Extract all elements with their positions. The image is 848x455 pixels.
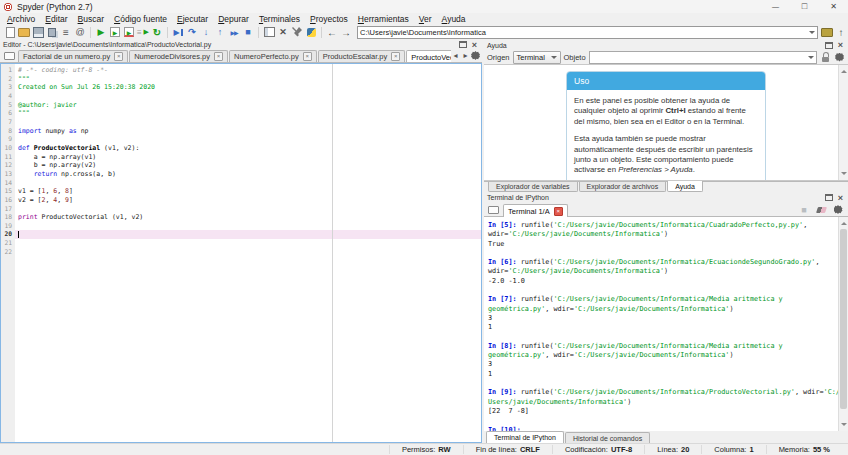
panel-tab-historial-de-comandos[interactable]: Historial de comandos: [565, 432, 650, 443]
ipython-console[interactable]: In [5]: runfile('C:/Users/javie/Document…: [484, 217, 848, 431]
menu-herramientas[interactable]: Herramientas: [353, 14, 414, 24]
code-line: 3Created on Sun Jul 26 15:20:38 2020: [1, 83, 481, 92]
console-line: [488, 333, 836, 342]
maximize-pane-icon[interactable]: [276, 25, 290, 39]
close-tab-icon[interactable]: ×: [114, 52, 123, 61]
edge-line: [332, 64, 333, 442]
panel-tab-explorador-de-variables[interactable]: Explorador de variables: [488, 182, 578, 192]
file-switcher-icon[interactable]: [59, 25, 73, 39]
help-scrollbar[interactable]: [838, 65, 848, 180]
console-tabbar: Terminal 1/A ×: [484, 203, 848, 217]
object-label: Objeto: [564, 53, 586, 62]
save-all-icon[interactable]: [45, 25, 59, 39]
working-directory-combobox[interactable]: C:\Users\javie\Documents\Informatica: [357, 26, 818, 39]
console-tab[interactable]: Terminal 1/A ×: [503, 204, 568, 217]
stop-debug-icon[interactable]: [241, 25, 255, 39]
clear-console-icon[interactable]: [814, 203, 828, 217]
menu-ejecutar[interactable]: Ejecutar: [172, 14, 213, 24]
console-scrollbar[interactable]: [838, 217, 848, 431]
close-pane-icon[interactable]: [836, 193, 845, 202]
menu-terminales[interactable]: Terminales: [254, 14, 305, 24]
console-pane: Terminal de IPython Terminal 1/A ×: [484, 192, 848, 443]
menu-código-fuente[interactable]: Código fuente: [109, 14, 172, 24]
code-line: 18print ProductoVectorial (v1, v2): [1, 213, 481, 222]
status-item: Memoria:55 %: [766, 445, 842, 454]
console-line: wdir='C:/Users/javie/Documents/Informati…: [488, 267, 836, 276]
run-cell-icon[interactable]: [108, 25, 122, 39]
step-out-icon[interactable]: [213, 25, 227, 39]
previous-tab-icon[interactable]: [451, 50, 460, 61]
menu-ver[interactable]: Ver: [414, 14, 437, 24]
menu-ayuda[interactable]: Ayuda: [437, 14, 471, 24]
editor-options-gear-icon[interactable]: [471, 50, 480, 61]
step-over-icon[interactable]: [185, 25, 199, 39]
editor-tab[interactable]: Factorial de un numero.py×: [18, 50, 128, 62]
run-selection-icon[interactable]: [136, 25, 150, 39]
menu-depurar[interactable]: Depurar: [213, 14, 254, 24]
console-line: [488, 249, 836, 258]
step-into-icon[interactable]: [199, 25, 213, 39]
next-tab-icon[interactable]: [461, 50, 470, 61]
open-file-icon[interactable]: [17, 25, 31, 39]
menu-proyectos[interactable]: Proyectos: [305, 14, 353, 24]
symbol-finder-icon[interactable]: [73, 25, 87, 39]
new-file-icon[interactable]: [3, 25, 17, 39]
python-icon[interactable]: [304, 25, 318, 39]
scroll-down-icon[interactable]: [841, 423, 847, 429]
scroll-down-icon[interactable]: [841, 172, 847, 178]
close-button[interactable]: [819, 0, 848, 13]
run-icon[interactable]: [94, 25, 108, 39]
undock-icon[interactable]: [824, 41, 833, 50]
panel-tab-terminal-de-ipython[interactable]: Terminal de IPython: [486, 431, 564, 443]
maximize-button[interactable]: [790, 0, 819, 13]
browse-console-icon[interactable]: [486, 203, 500, 217]
close-tab-icon[interactable]: ×: [554, 207, 563, 216]
back-icon[interactable]: [325, 25, 339, 39]
editor-tab[interactable]: NumerodeDivisores.py×: [129, 50, 228, 62]
dropdown-arrow-icon[interactable]: [809, 31, 815, 37]
panel-tab-ayuda[interactable]: Ayuda: [667, 181, 703, 192]
scrollbar-thumb[interactable]: [840, 229, 847, 409]
panel-tab-explorador-de-archivos[interactable]: Explorador de archivos: [579, 182, 667, 192]
help-options-gear-icon[interactable]: [834, 51, 845, 63]
code-line: 7: [1, 118, 481, 127]
close-pane-icon[interactable]: [836, 41, 845, 50]
console-options-gear-icon[interactable]: [831, 203, 845, 217]
close-tab-icon[interactable]: ×: [214, 52, 223, 61]
console-line: 3: [488, 360, 836, 369]
forward-icon[interactable]: [339, 25, 353, 39]
console-line: -2.0 -1.0: [488, 277, 836, 286]
lock-icon[interactable]: [820, 51, 831, 63]
rerun-icon[interactable]: [150, 25, 164, 39]
editor-pane: Editor - C:\Users\javie\Documents\Inform…: [0, 40, 482, 443]
editor-tab[interactable]: NumeroPerfecto.py×: [229, 50, 317, 62]
editor-tab[interactable]: ProductoVectorial.py*×: [406, 50, 451, 62]
preferences-icon[interactable]: [290, 25, 304, 39]
help-pane: Ayuda Origen Terminal Objeto: [484, 40, 848, 192]
editor-tab[interactable]: ProductoEscalar.py×: [318, 50, 406, 62]
browse-directory-icon[interactable]: [820, 25, 834, 39]
scroll-up-icon[interactable]: [841, 67, 847, 73]
menu-buscar[interactable]: Buscar: [73, 14, 109, 24]
browse-tabs-icon[interactable]: [2, 49, 16, 63]
undock-icon[interactable]: [824, 193, 833, 202]
layout-icon[interactable]: [262, 25, 276, 39]
parent-directory-icon[interactable]: [834, 25, 848, 39]
continue-icon[interactable]: [227, 25, 241, 39]
close-tab-icon[interactable]: ×: [303, 52, 312, 61]
close-tab-icon[interactable]: ×: [391, 52, 400, 61]
interrupt-kernel-icon[interactable]: [797, 203, 811, 217]
close-pane-icon[interactable]: [470, 40, 479, 49]
source-select[interactable]: Terminal: [513, 51, 561, 64]
undock-icon[interactable]: [458, 40, 467, 49]
scroll-up-icon[interactable]: [841, 219, 847, 225]
object-combobox[interactable]: [589, 51, 817, 64]
save-icon[interactable]: [31, 25, 45, 39]
run-cell-advance-icon[interactable]: [122, 25, 136, 39]
minimize-button[interactable]: [761, 0, 790, 13]
menu-archivo[interactable]: Archivo: [2, 14, 40, 24]
menu-editar[interactable]: Editar: [40, 14, 72, 24]
code-editor[interactable]: 1# -*- coding: utf-8 -*-2"""3Created on …: [0, 63, 482, 443]
debug-icon[interactable]: [171, 25, 185, 39]
console-line: geométrica.py', wdir='C:/Users/javie/Doc…: [488, 305, 836, 314]
